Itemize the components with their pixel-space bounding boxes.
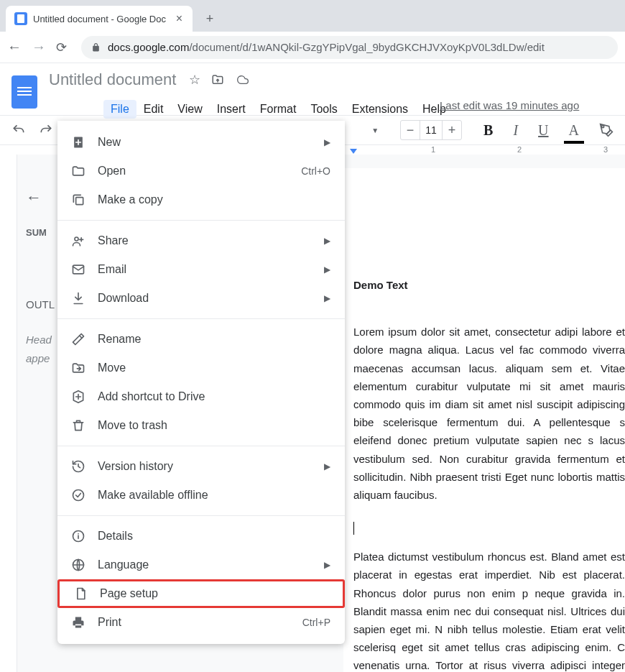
menu-file[interactable]: File [103,100,136,119]
menubar: FileEditViewInsertFormatToolsExtensionsH… [57,98,453,121]
menu-item-label: Move to trash [98,419,330,432]
document-heading: Demo Text [353,276,625,294]
star-icon[interactable]: ☆ [189,72,200,88]
underline-button[interactable]: U [534,119,552,142]
outline-summary-heading: SUM [26,227,55,238]
browser-address-bar: ← → ⟳ docs.google.com/document/d/1wANQki… [0,32,625,63]
menu-item-label: Make available offline [98,489,330,502]
file-menu-download[interactable]: Download▶ [57,284,345,313]
highlight-color-button[interactable] [595,120,618,140]
document-title[interactable]: Untitled document [46,69,179,91]
history-icon [70,459,86,474]
font-size-input[interactable] [420,121,443,139]
chevron-right-icon: ▶ [324,137,330,147]
italic-button[interactable]: I [509,119,522,142]
menu-item-shortcut: Ctrl+O [301,165,330,177]
file-menu-make-a-copy[interactable]: Make a copy [57,185,345,214]
file-menu-page-setup[interactable]: Page setup [57,579,345,608]
redo-button[interactable] [34,120,57,140]
styles-dropdown-chevron-icon[interactable]: ▼ [371,126,379,134]
globe-icon [70,558,86,572]
menu-item-shortcut: Ctrl+P [302,617,330,628]
menu-item-label: New [98,136,312,149]
file-menu-move[interactable]: Move [57,354,345,382]
browser-back-button[interactable]: ← [7,39,22,55]
tab-close-button[interactable]: × [173,11,185,27]
menu-item-label: Language [98,558,312,571]
lock-icon [91,42,101,52]
file-menu-move-to-trash[interactable]: Move to trash [57,411,345,440]
svg-point-3 [75,237,78,241]
svg-point-0 [601,125,603,127]
file-menu-dropdown: New▶OpenCtrl+OMake a copyShare▶Email▶Dow… [57,121,345,644]
file-menu-add-shortcut-to-drive[interactable]: Add shortcut to Drive [57,382,345,411]
file-menu-new[interactable]: New▶ [57,128,345,157]
file-menu-language[interactable]: Language▶ [57,551,345,579]
text-color-button[interactable]: A [565,119,583,142]
outline-collapse-button[interactable]: ← [26,188,55,207]
svg-point-5 [73,490,84,501]
page-icon [73,586,88,601]
move-to-folder-icon[interactable] [210,73,225,86]
file-menu-email[interactable]: Email▶ [57,255,345,284]
document-page[interactable]: Demo Text Lorem ipsum dolor sit amet, co… [343,168,625,672]
file-menu-make-available-offline[interactable]: Make available offline [57,481,345,510]
menu-item-label: Print [98,616,291,629]
last-edit-link[interactable]: Last edit was 19 minutes ago [440,99,579,111]
menu-item-label: Email [98,263,312,276]
rename-icon [70,332,86,346]
chevron-right-icon: ▶ [324,293,330,303]
file-menu-open[interactable]: OpenCtrl+O [57,157,345,185]
move-icon [70,361,86,375]
mail-icon [70,262,86,277]
menu-insert[interactable]: Insert [210,100,253,119]
vertical-ruler[interactable] [0,155,17,672]
ruler-tick: 1 [431,145,435,154]
svg-rect-2 [76,198,83,205]
menu-item-label: Details [98,530,330,543]
cloud-status-icon[interactable] [235,74,251,86]
menu-format[interactable]: Format [253,100,304,119]
file-menu-version-history[interactable]: Version history▶ [57,452,345,481]
menu-tools[interactable]: Tools [303,100,344,119]
text-cursor [353,522,354,535]
info-icon [70,529,86,543]
document-paragraph: Lorem ipsum dolor sit amet, consectetur … [353,323,625,504]
document-paragraph: Platea dictumst vestibulum rhoncus est. … [353,548,625,672]
browser-reload-button[interactable]: ⟳ [56,40,67,55]
trash-icon [70,418,86,433]
share-icon [70,234,86,248]
ruler-tick: 2 [517,145,522,154]
outline-pane: ← SUM OUTL Headappe [26,188,55,367]
shortcut-icon [70,390,86,404]
menu-item-label: Version history [98,460,312,473]
indent-marker-icon[interactable] [350,149,357,154]
file-menu-details[interactable]: Details [57,522,345,551]
outline-heading: OUTL [26,298,55,310]
file-menu-share[interactable]: Share▶ [57,226,345,255]
menu-item-label: Move [98,362,330,374]
bold-button[interactable]: B [479,119,497,142]
new-tab-button[interactable]: + [200,9,220,29]
menu-item-label: Share [98,234,312,247]
browser-tab[interactable]: Untitled document - Google Doc × [6,6,193,32]
menu-item-label: Make a copy [98,193,330,206]
menu-edit[interactable]: Edit [136,100,171,119]
font-size-decrease-button[interactable]: − [401,121,420,139]
print-icon [70,615,86,630]
menu-extensions[interactable]: Extensions [345,100,415,119]
chevron-right-icon: ▶ [324,236,330,246]
menu-item-label: Page setup [100,587,328,600]
google-docs-logo[interactable] [11,75,37,109]
menu-view[interactable]: View [170,100,209,119]
undo-button[interactable] [7,120,30,140]
outline-body-text: Headappe [26,331,55,367]
font-size-increase-button[interactable]: + [443,121,461,139]
browser-forward-button[interactable]: → [32,39,46,55]
chevron-right-icon: ▶ [324,461,330,471]
font-size-box: − + [400,120,462,140]
url-box[interactable]: docs.google.com/document/d/1wANQkil-GzgY… [81,36,618,59]
file-menu-rename[interactable]: Rename [57,325,345,354]
file-menu-print[interactable]: PrintCtrl+P [57,608,345,637]
menu-item-label: Download [98,292,312,305]
